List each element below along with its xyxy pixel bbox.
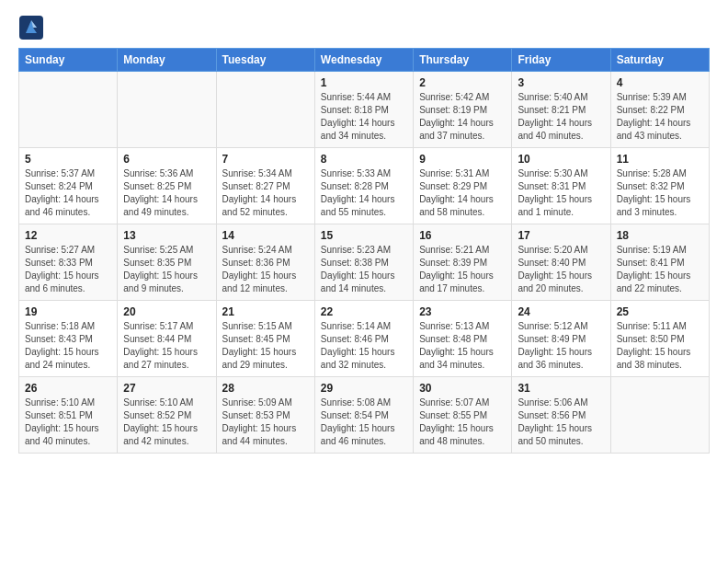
calendar-cell — [118, 72, 216, 148]
day-info: Sunrise: 5:19 AM Sunset: 8:41 PM Dayligh… — [617, 244, 703, 295]
calendar-cell: 27Sunrise: 5:10 AM Sunset: 8:52 PM Dayli… — [118, 377, 216, 454]
calendar-week-row: 1Sunrise: 5:44 AM Sunset: 8:18 PM Daylig… — [19, 72, 710, 148]
calendar-cell: 15Sunrise: 5:23 AM Sunset: 8:38 PM Dayli… — [314, 224, 413, 301]
weekday-header-friday: Friday — [512, 49, 610, 72]
day-number: 22 — [321, 305, 407, 318]
day-number: 3 — [518, 76, 604, 89]
calendar-cell: 25Sunrise: 5:11 AM Sunset: 8:50 PM Dayli… — [610, 301, 709, 377]
day-number: 5 — [25, 153, 111, 166]
day-info: Sunrise: 5:28 AM Sunset: 8:32 PM Dayligh… — [617, 167, 703, 219]
day-number: 9 — [419, 153, 506, 166]
day-number: 2 — [419, 76, 506, 89]
day-info: Sunrise: 5:08 AM Sunset: 8:54 PM Dayligh… — [321, 396, 407, 448]
day-info: Sunrise: 5:34 AM Sunset: 8:27 PM Dayligh… — [222, 167, 309, 219]
day-number: 7 — [222, 153, 309, 166]
day-number: 1 — [321, 76, 407, 89]
calendar-cell: 24Sunrise: 5:12 AM Sunset: 8:49 PM Dayli… — [512, 301, 610, 377]
day-number: 20 — [123, 305, 210, 318]
day-info: Sunrise: 5:25 AM Sunset: 8:35 PM Dayligh… — [123, 244, 210, 295]
day-info: Sunrise: 5:44 AM Sunset: 8:18 PM Dayligh… — [321, 91, 407, 143]
calendar-cell: 19Sunrise: 5:18 AM Sunset: 8:43 PM Dayli… — [19, 301, 118, 377]
day-number: 23 — [419, 305, 506, 318]
weekday-header-sunday: Sunday — [19, 49, 118, 72]
day-info: Sunrise: 5:15 AM Sunset: 8:45 PM Dayligh… — [222, 320, 309, 372]
calendar-cell: 5Sunrise: 5:37 AM Sunset: 8:24 PM Daylig… — [19, 148, 118, 224]
calendar-cell: 20Sunrise: 5:17 AM Sunset: 8:44 PM Dayli… — [118, 301, 216, 377]
calendar-cell: 1Sunrise: 5:44 AM Sunset: 8:18 PM Daylig… — [314, 72, 413, 148]
day-number: 25 — [617, 305, 703, 318]
day-info: Sunrise: 5:21 AM Sunset: 8:39 PM Dayligh… — [419, 244, 506, 295]
calendar-cell: 18Sunrise: 5:19 AM Sunset: 8:41 PM Dayli… — [610, 224, 709, 301]
day-info: Sunrise: 5:10 AM Sunset: 8:52 PM Dayligh… — [123, 396, 210, 448]
calendar-week-row: 5Sunrise: 5:37 AM Sunset: 8:24 PM Daylig… — [19, 148, 710, 224]
weekday-header-tuesday: Tuesday — [216, 49, 314, 72]
day-info: Sunrise: 5:27 AM Sunset: 8:33 PM Dayligh… — [25, 244, 111, 295]
day-info: Sunrise: 5:33 AM Sunset: 8:28 PM Dayligh… — [321, 167, 407, 219]
day-info: Sunrise: 5:18 AM Sunset: 8:43 PM Dayligh… — [25, 320, 111, 372]
day-number: 13 — [123, 229, 210, 242]
day-number: 24 — [518, 305, 604, 318]
day-number: 30 — [419, 382, 506, 395]
calendar-cell: 26Sunrise: 5:10 AM Sunset: 8:51 PM Dayli… — [19, 377, 118, 454]
calendar-cell: 21Sunrise: 5:15 AM Sunset: 8:45 PM Dayli… — [216, 301, 314, 377]
calendar-cell: 4Sunrise: 5:39 AM Sunset: 8:22 PM Daylig… — [610, 72, 709, 148]
calendar-week-row: 19Sunrise: 5:18 AM Sunset: 8:43 PM Dayli… — [19, 301, 710, 377]
calendar-cell — [610, 377, 709, 454]
weekday-header-thursday: Thursday — [414, 49, 512, 72]
weekday-header-wednesday: Wednesday — [314, 49, 413, 72]
day-number: 16 — [419, 229, 506, 242]
calendar-cell: 29Sunrise: 5:08 AM Sunset: 8:54 PM Dayli… — [314, 377, 413, 454]
calendar-cell — [19, 72, 118, 148]
day-info: Sunrise: 5:24 AM Sunset: 8:36 PM Dayligh… — [222, 244, 309, 295]
day-number: 26 — [25, 382, 111, 395]
day-info: Sunrise: 5:37 AM Sunset: 8:24 PM Dayligh… — [25, 167, 111, 219]
weekday-header-saturday: Saturday — [610, 49, 709, 72]
day-number: 27 — [123, 382, 210, 395]
calendar-cell: 7Sunrise: 5:34 AM Sunset: 8:27 PM Daylig… — [216, 148, 314, 224]
day-number: 14 — [222, 229, 309, 242]
day-number: 28 — [222, 382, 309, 395]
calendar-cell: 28Sunrise: 5:09 AM Sunset: 8:53 PM Dayli… — [216, 377, 314, 454]
page: SundayMondayTuesdayWednesdayThursdayFrid… — [0, 0, 728, 468]
day-number: 10 — [518, 153, 604, 166]
day-number: 31 — [518, 382, 604, 395]
day-info: Sunrise: 5:14 AM Sunset: 8:46 PM Dayligh… — [321, 320, 407, 372]
day-info: Sunrise: 5:39 AM Sunset: 8:22 PM Dayligh… — [617, 91, 703, 143]
calendar-cell — [216, 72, 314, 148]
calendar-cell: 16Sunrise: 5:21 AM Sunset: 8:39 PM Dayli… — [414, 224, 512, 301]
calendar-cell: 8Sunrise: 5:33 AM Sunset: 8:28 PM Daylig… — [314, 148, 413, 224]
calendar-cell: 14Sunrise: 5:24 AM Sunset: 8:36 PM Dayli… — [216, 224, 314, 301]
day-number: 19 — [25, 305, 111, 318]
calendar-cell: 9Sunrise: 5:31 AM Sunset: 8:29 PM Daylig… — [414, 148, 512, 224]
weekday-header-monday: Monday — [118, 49, 216, 72]
day-info: Sunrise: 5:10 AM Sunset: 8:51 PM Dayligh… — [25, 396, 111, 448]
day-info: Sunrise: 5:23 AM Sunset: 8:38 PM Dayligh… — [321, 244, 407, 295]
calendar-cell: 11Sunrise: 5:28 AM Sunset: 8:32 PM Dayli… — [610, 148, 709, 224]
calendar-table: SundayMondayTuesdayWednesdayThursdayFrid… — [18, 48, 710, 454]
day-number: 11 — [617, 153, 703, 166]
day-number: 15 — [321, 229, 407, 242]
logo — [18, 15, 46, 40]
calendar-week-row: 12Sunrise: 5:27 AM Sunset: 8:33 PM Dayli… — [19, 224, 710, 301]
day-info: Sunrise: 5:36 AM Sunset: 8:25 PM Dayligh… — [123, 167, 210, 219]
day-info: Sunrise: 5:09 AM Sunset: 8:53 PM Dayligh… — [222, 396, 309, 448]
day-number: 17 — [518, 229, 604, 242]
calendar-cell: 6Sunrise: 5:36 AM Sunset: 8:25 PM Daylig… — [118, 148, 216, 224]
day-number: 29 — [321, 382, 407, 395]
calendar-cell: 30Sunrise: 5:07 AM Sunset: 8:55 PM Dayli… — [414, 377, 512, 454]
day-number: 21 — [222, 305, 309, 318]
day-info: Sunrise: 5:42 AM Sunset: 8:19 PM Dayligh… — [419, 91, 506, 143]
day-number: 4 — [617, 76, 703, 89]
calendar-cell: 13Sunrise: 5:25 AM Sunset: 8:35 PM Dayli… — [118, 224, 216, 301]
day-info: Sunrise: 5:13 AM Sunset: 8:48 PM Dayligh… — [419, 320, 506, 372]
calendar-cell: 12Sunrise: 5:27 AM Sunset: 8:33 PM Dayli… — [19, 224, 118, 301]
day-number: 12 — [25, 229, 111, 242]
day-info: Sunrise: 5:12 AM Sunset: 8:49 PM Dayligh… — [518, 320, 604, 372]
calendar-cell: 23Sunrise: 5:13 AM Sunset: 8:48 PM Dayli… — [414, 301, 512, 377]
day-info: Sunrise: 5:40 AM Sunset: 8:21 PM Dayligh… — [518, 91, 604, 143]
calendar-cell: 3Sunrise: 5:40 AM Sunset: 8:21 PM Daylig… — [512, 72, 610, 148]
day-info: Sunrise: 5:31 AM Sunset: 8:29 PM Dayligh… — [419, 167, 506, 219]
day-info: Sunrise: 5:30 AM Sunset: 8:31 PM Dayligh… — [518, 167, 604, 219]
calendar-cell: 10Sunrise: 5:30 AM Sunset: 8:31 PM Dayli… — [512, 148, 610, 224]
calendar-week-row: 26Sunrise: 5:10 AM Sunset: 8:51 PM Dayli… — [19, 377, 710, 454]
